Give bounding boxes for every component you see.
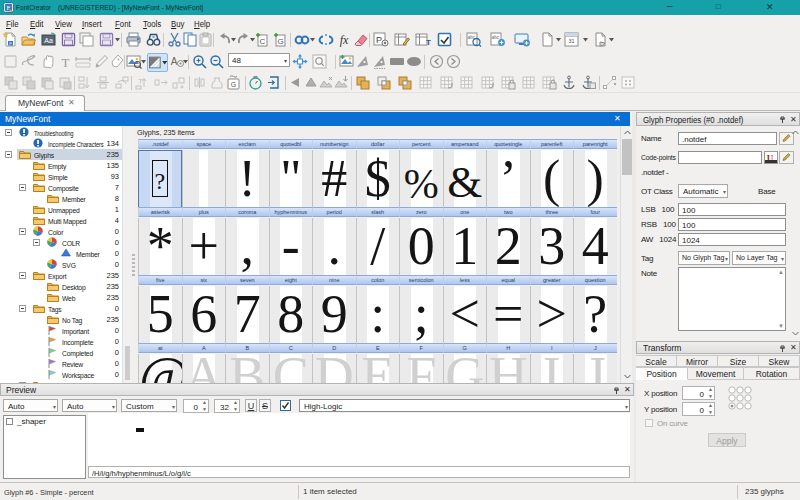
svg-text:P: P (376, 35, 382, 45)
svg-text:A: A (171, 56, 178, 67)
svg-text:T: T (138, 77, 143, 86)
svg-text:T: T (426, 38, 431, 47)
svg-text:G: G (277, 37, 283, 46)
svg-text:fx: fx (340, 33, 349, 47)
svg-text:T: T (62, 55, 70, 69)
svg-text:F: F (9, 41, 12, 46)
svg-text:C: C (260, 37, 266, 46)
svg-text:Aa: Aa (44, 37, 53, 44)
svg-text:G: G (231, 81, 236, 88)
svg-text:abc: abc (492, 35, 500, 40)
svg-text:31: 31 (568, 38, 574, 44)
